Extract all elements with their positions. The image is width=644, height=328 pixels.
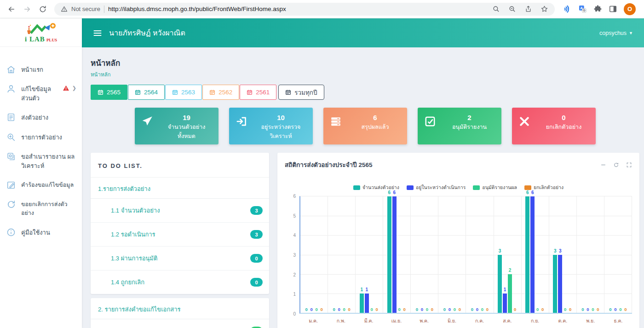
legend-swatch xyxy=(407,185,414,190)
stat-card-1[interactable]: 19จำนวนตัวอย่างทั้งหมด xyxy=(135,108,218,144)
calendar-icon xyxy=(172,89,178,95)
check-square-icon xyxy=(418,108,443,144)
legend-item[interactable]: จำนวนส่งตัวอย่าง xyxy=(353,184,399,191)
zero-value-label: 0 xyxy=(536,307,539,312)
calendar-icon xyxy=(285,89,291,95)
zero-value-label: 0 xyxy=(310,307,312,312)
bar[interactable]: 6 xyxy=(530,196,535,313)
zero-value-label: 0 xyxy=(514,307,516,312)
sidebar-item-6[interactable]: คำร้องขอแก้ไขข้อมูล xyxy=(0,175,82,195)
bar[interactable]: 3 xyxy=(558,255,562,313)
year-tab-2565[interactable]: 2565 xyxy=(91,85,127,100)
bar[interactable]: 3 xyxy=(498,255,502,313)
back-button[interactable] xyxy=(5,2,18,16)
sidebar-item-3[interactable]: ส่งตัวอย่าง xyxy=(0,108,82,127)
sidebar-item-1[interactable]: หน้าแรก xyxy=(0,60,82,79)
legend-swatch xyxy=(473,185,480,190)
refresh-button[interactable] xyxy=(36,2,50,16)
signal-extension-icon[interactable] xyxy=(563,5,572,13)
reload-chart-icon[interactable] xyxy=(613,162,619,168)
bar-value-label: 3 xyxy=(499,248,501,253)
zero-value-label: 0 xyxy=(459,307,461,312)
sidebar-item-2[interactable]: แก้ไขข้อมูลส่วนตัว❯ xyxy=(0,79,82,108)
year-tab-2563[interactable]: 2563 xyxy=(165,85,202,100)
bar-slot: 6 xyxy=(392,196,397,313)
app-logo[interactable]: i LAB PLUS xyxy=(0,18,82,47)
todo-item[interactable]: 1.1 จำนวนตัวอย่าง3 xyxy=(91,199,269,223)
bar[interactable]: 6 xyxy=(525,196,529,313)
year-tab-2564[interactable]: 2564 xyxy=(128,85,165,100)
todo-section-header[interactable]: 2. รายการส่งคำขอแก้ไขเอกสาร xyxy=(91,298,269,319)
extensions-puzzle-icon[interactable] xyxy=(593,5,602,13)
search-plus-icon xyxy=(6,132,16,142)
forward-button[interactable] xyxy=(20,2,34,16)
security-label[interactable]: Not secure xyxy=(71,6,100,12)
sidebar-item-7[interactable]: ขอยกเลิกการส่งตัวอย่าง xyxy=(0,195,82,223)
bar-chart: 0123456 00000000110066000000000000003120… xyxy=(285,196,632,314)
zero-value-label: 0 xyxy=(586,307,589,312)
year-tab-2561[interactable]: 2561 xyxy=(240,85,276,100)
collapse-icon[interactable] xyxy=(600,162,606,168)
bar-slot: 0 xyxy=(314,196,319,313)
stat-card-2[interactable]: 10อยู่ระหว่างตรวจวิเคราะห์ xyxy=(229,108,313,144)
bar[interactable]: 1 xyxy=(503,293,507,313)
refresh-icon xyxy=(39,5,47,13)
address-bar[interactable]: Not secure http://ilabplus.dmsc.moph.go.… xyxy=(54,3,555,16)
todo-item[interactable]: 2.1 รอดำเนินการ0 xyxy=(91,319,269,328)
sidebar-item-4[interactable]: รายการตัวอย่าง xyxy=(0,127,82,147)
legend-item[interactable]: ยกเลิกตัวอย่าง xyxy=(524,184,564,191)
stat-card-label: ยกเลิกตัวอย่าง xyxy=(537,122,591,132)
breadcrumb[interactable]: หน้าหลัก xyxy=(91,70,639,79)
not-secure-warning-icon[interactable] xyxy=(61,6,68,12)
todo-section-header[interactable]: 1.รายการส่งตัวอย่าง xyxy=(91,178,269,199)
zero-value-label: 0 xyxy=(448,307,451,312)
year-tab-รวมทุกปี[interactable]: รวมทุกปี xyxy=(278,85,324,100)
bookmark-star-icon[interactable] xyxy=(540,5,548,13)
profile-avatar[interactable]: O xyxy=(624,3,636,15)
fullscreen-icon[interactable] xyxy=(626,162,632,168)
zoom-out-icon[interactable] xyxy=(508,5,516,13)
todo-gap xyxy=(91,294,269,298)
year-tab-2562[interactable]: 2562 xyxy=(202,85,239,100)
chart-panel: สถิติการส่งตัวอย่างประจำปี 2565 จำนวนส่ง… xyxy=(277,153,639,328)
bar[interactable]: 6 xyxy=(387,196,391,313)
url-text[interactable]: http://ilabplus.dmsc.moph.go.th/public/F… xyxy=(108,6,489,12)
sidebar-item-8[interactable]: คู่มือใช้งาน xyxy=(0,223,82,242)
share-icon[interactable] xyxy=(524,5,532,13)
year-tab-label: 2565 xyxy=(107,89,121,96)
legend-item[interactable]: อยู่ในระหว่างดำเนินการ xyxy=(407,184,466,191)
stat-card-4[interactable]: 2อนุมัติรายงาน xyxy=(418,108,501,144)
side-panel-icon[interactable] xyxy=(609,5,617,13)
bar[interactable]: 3 xyxy=(553,255,557,313)
stat-card-3[interactable]: 6สรุปผลแล้ว xyxy=(323,108,407,144)
stat-cards-row: 19จำนวนตัวอย่างทั้งหมด10อยู่ระหว่างตรวจว… xyxy=(91,108,639,144)
stat-card-value: 10 xyxy=(254,114,308,121)
zero-value-label: 0 xyxy=(476,307,478,312)
zero-value-label: 0 xyxy=(454,307,456,312)
stat-card-label: สรุปผลแล้ว xyxy=(348,122,402,132)
bar[interactable]: 6 xyxy=(392,196,397,313)
todo-item[interactable]: 1.2 รอดำเนินการ3 xyxy=(91,223,269,247)
stat-card-5[interactable]: 0ยกเลิกตัวอย่าง xyxy=(512,108,596,144)
x-axis: ม.ค.ก.พ.มี.ค.เม.ย.พ.ค.มิ.ย.ก.ค.ส.ค.ก.ย.ต… xyxy=(299,317,632,325)
bar-slot: 0 xyxy=(304,196,309,313)
zero-value-label: 0 xyxy=(371,307,373,312)
search-icon[interactable] xyxy=(492,5,500,13)
legend-item[interactable]: อนุมัติรายงานผล xyxy=(473,184,517,191)
todo-item[interactable]: 1.3 ผ่านการอนุมัติ0 xyxy=(91,247,269,270)
bar[interactable]: 1 xyxy=(360,293,364,313)
bar-slot: 0 xyxy=(540,196,545,313)
hamburger-menu-icon[interactable] xyxy=(93,29,102,38)
account-dropdown[interactable]: copsychus ▼ xyxy=(599,30,633,36)
translate-extension-icon[interactable]: AG xyxy=(578,5,587,13)
bar[interactable]: 1 xyxy=(365,293,369,313)
bar[interactable]: 2 xyxy=(508,274,512,313)
manual-icon xyxy=(6,227,16,237)
bar-value-label: 2 xyxy=(509,268,512,273)
todo-item[interactable]: 1.4 ถูกยกเลิก0 xyxy=(91,270,269,294)
bar-value-label: 6 xyxy=(526,190,529,195)
bar-slot: 0 xyxy=(369,196,374,313)
sidebar-item-5[interactable]: ขอสำเนารายงาน ผลวิเคราะห์ xyxy=(0,147,82,175)
bar-slot: 0 xyxy=(535,196,540,313)
legend-label: ยกเลิกตัวอย่าง xyxy=(534,184,564,191)
